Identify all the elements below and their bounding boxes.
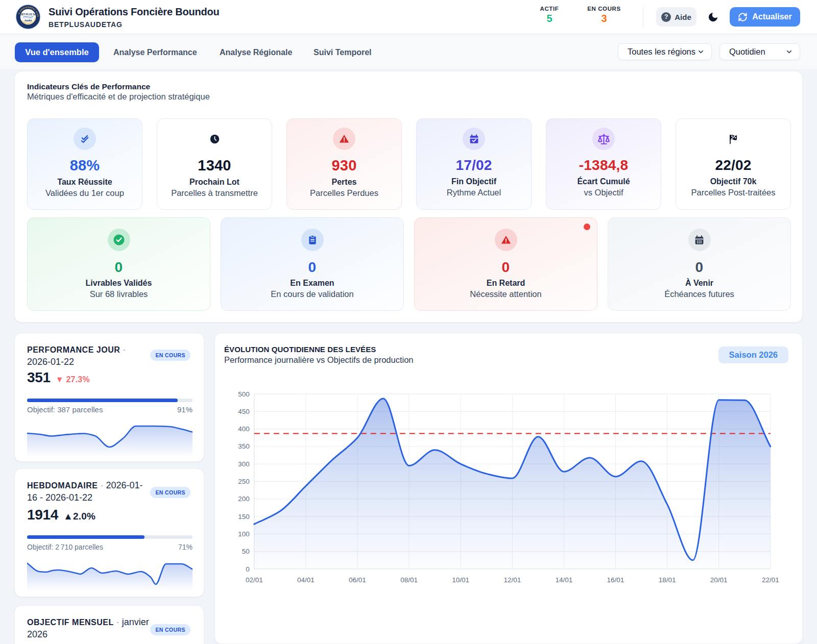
svg-text:12/01: 12/01 [503,576,521,584]
svg-text:18/01: 18/01 [659,576,676,584]
svg-text:450: 450 [238,408,250,415]
svg-text:10/01: 10/01 [452,576,469,584]
svg-text:Audet: Audet [23,18,32,22]
svg-text:02/01: 02/01 [246,576,263,584]
svg-text:20/01: 20/01 [710,576,728,584]
svg-text:400: 400 [238,425,250,433]
svg-text:200: 200 [238,495,250,503]
svg-text:300: 300 [238,460,250,468]
svg-text:100: 100 [238,530,250,538]
svg-text:150: 150 [238,513,250,521]
svg-text:16/01: 16/01 [607,576,624,584]
svg-text:500: 500 [238,390,250,398]
svg-text:14/01: 14/01 [556,576,573,584]
svg-text:0: 0 [246,565,250,573]
svg-text:350: 350 [238,442,250,450]
svg-text:06/01: 06/01 [349,576,366,584]
svg-text:04/01: 04/01 [297,576,315,584]
svg-text:50: 50 [242,548,250,555]
svg-text:22/01: 22/01 [762,576,779,584]
svg-text:BET-PLUS Sa: BET-PLUS Sa [20,13,36,16]
svg-text:08/01: 08/01 [400,576,418,584]
svg-text:250: 250 [238,478,250,485]
